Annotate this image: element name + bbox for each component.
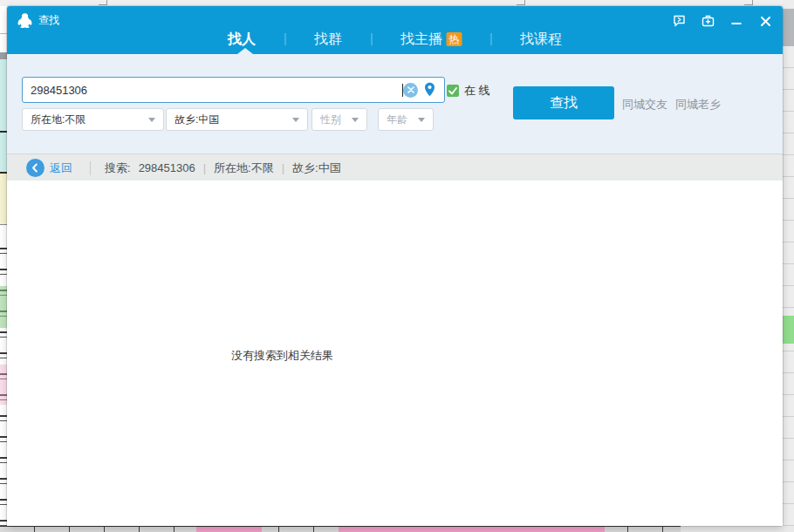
chevron-down-icon bbox=[352, 118, 359, 122]
search-box bbox=[22, 77, 445, 103]
tab-label: 找主播 bbox=[400, 31, 442, 49]
active-tab-caret bbox=[237, 48, 253, 54]
background-block bbox=[0, 174, 7, 224]
first-aid-kit-icon bbox=[702, 15, 715, 27]
breadcrumb-term: 298451306 bbox=[139, 161, 195, 174]
online-label: 在 线 bbox=[464, 83, 490, 99]
dropdown-value: 所在地:不限 bbox=[31, 113, 86, 127]
close-button[interactable] bbox=[758, 14, 772, 28]
chevron-down-icon bbox=[148, 118, 155, 122]
back-circle bbox=[26, 159, 44, 177]
clear-icon bbox=[407, 86, 414, 93]
tab-separator bbox=[371, 33, 372, 45]
checkmark-icon bbox=[448, 87, 457, 95]
online-filter[interactable]: 在 线 bbox=[447, 83, 490, 99]
chevron-down-icon bbox=[418, 118, 425, 122]
location-dropdown[interactable]: 所在地:不限 bbox=[22, 108, 164, 131]
background-block bbox=[0, 59, 7, 174]
background-window-left-sliver bbox=[0, 6, 7, 532]
back-button[interactable]: 返回 bbox=[26, 159, 72, 177]
feedback-icon bbox=[673, 15, 686, 27]
location-pin-icon bbox=[423, 82, 436, 98]
search-input[interactable] bbox=[23, 79, 404, 100]
breadcrumb-separator: | bbox=[282, 161, 284, 174]
clear-search-button[interactable] bbox=[403, 83, 418, 98]
tab-separator bbox=[284, 33, 285, 45]
back-label: 返回 bbox=[50, 160, 72, 176]
background-line bbox=[0, 33, 7, 34]
background-pink-row bbox=[0, 365, 7, 405]
city-links: 同城交友 同城老乡 bbox=[622, 97, 721, 113]
background-pink-cell bbox=[196, 527, 262, 532]
background-grid-rows bbox=[783, 46, 794, 526]
tab-find-groups[interactable]: 找群 bbox=[314, 31, 342, 49]
tab-find-courses[interactable]: 找课程 bbox=[520, 31, 562, 49]
age-dropdown[interactable]: 年龄 bbox=[378, 108, 434, 131]
results-area: 没有搜索到相关结果 bbox=[7, 181, 783, 526]
window-controls bbox=[672, 14, 772, 28]
feedback-button[interactable] bbox=[672, 14, 686, 28]
minimize-button[interactable] bbox=[729, 14, 743, 28]
hometown-dropdown[interactable]: 故乡:中国 bbox=[166, 108, 308, 131]
find-window: 查找 找人 找群 找主播 热 找课程 bbox=[7, 6, 783, 526]
close-icon bbox=[760, 16, 771, 27]
tab-label: 找群 bbox=[314, 31, 342, 49]
background-spreadsheet-row bbox=[0, 526, 794, 532]
dropdown-value: 故乡:中国 bbox=[175, 113, 219, 127]
breadcrumb-term: 故乡:中国 bbox=[292, 160, 341, 176]
chevron-down-icon bbox=[292, 118, 299, 122]
find-button[interactable]: 查找 bbox=[513, 86, 614, 119]
qq-penguin-icon bbox=[17, 12, 32, 28]
hot-badge: 热 bbox=[446, 32, 462, 46]
empty-results-message: 没有搜索到相关结果 bbox=[231, 348, 333, 364]
background-green-cell bbox=[783, 316, 794, 344]
tab-find-streamers[interactable]: 找主播 热 bbox=[400, 31, 462, 49]
background-line bbox=[0, 131, 7, 133]
background-pink-cell bbox=[339, 527, 605, 532]
tab-label: 找人 bbox=[228, 31, 256, 49]
search-panel: 在 线 所在地:不限 故乡:中国 性别 年龄 查找 同城交友 同城老乡 bbox=[7, 54, 783, 153]
background-window-right-sliver bbox=[783, 0, 794, 532]
same-city-dating-link[interactable]: 同城交友 bbox=[622, 97, 667, 113]
dropdown-value: 年龄 bbox=[387, 113, 407, 127]
gender-dropdown[interactable]: 性别 bbox=[311, 108, 367, 131]
breadcrumb-prefix: 搜索: bbox=[105, 160, 131, 176]
tab-label: 找课程 bbox=[520, 31, 562, 49]
same-city-hometown-link[interactable]: 同城老乡 bbox=[675, 97, 721, 113]
titlebar[interactable]: 查找 找人 找群 找主播 热 找课程 bbox=[7, 6, 783, 54]
background-frame-mark bbox=[517, 0, 525, 5]
divider bbox=[90, 161, 91, 175]
background-line bbox=[0, 224, 7, 225]
dropdown-value: 性别 bbox=[320, 113, 341, 127]
background-block bbox=[783, 9, 794, 46]
background-frame-mark bbox=[99, 0, 107, 5]
toolbox-button[interactable] bbox=[701, 14, 715, 28]
breadcrumb: 搜索: 298451306 | 所在地:不限 | 故乡:中国 bbox=[105, 160, 341, 176]
background-green-row bbox=[0, 286, 7, 328]
minimize-icon bbox=[731, 16, 742, 26]
search-summary-bar: 返回 搜索: 298451306 | 所在地:不限 | 故乡:中国 bbox=[7, 153, 783, 181]
location-button[interactable] bbox=[423, 82, 437, 98]
app-identity: 查找 bbox=[17, 12, 59, 28]
tab-find-people[interactable]: 找人 bbox=[228, 31, 256, 49]
back-arrow-icon bbox=[31, 163, 40, 173]
breadcrumb-term: 所在地:不限 bbox=[214, 160, 274, 176]
online-checkbox[interactable] bbox=[447, 85, 459, 97]
window-title: 查找 bbox=[38, 13, 59, 28]
breadcrumb-separator: | bbox=[203, 161, 206, 174]
search-box-icons bbox=[403, 82, 444, 98]
tab-separator bbox=[490, 33, 491, 45]
tab-bar: 找人 找群 找主播 热 找课程 bbox=[228, 30, 562, 49]
background-frame-mark bbox=[744, 0, 753, 5]
